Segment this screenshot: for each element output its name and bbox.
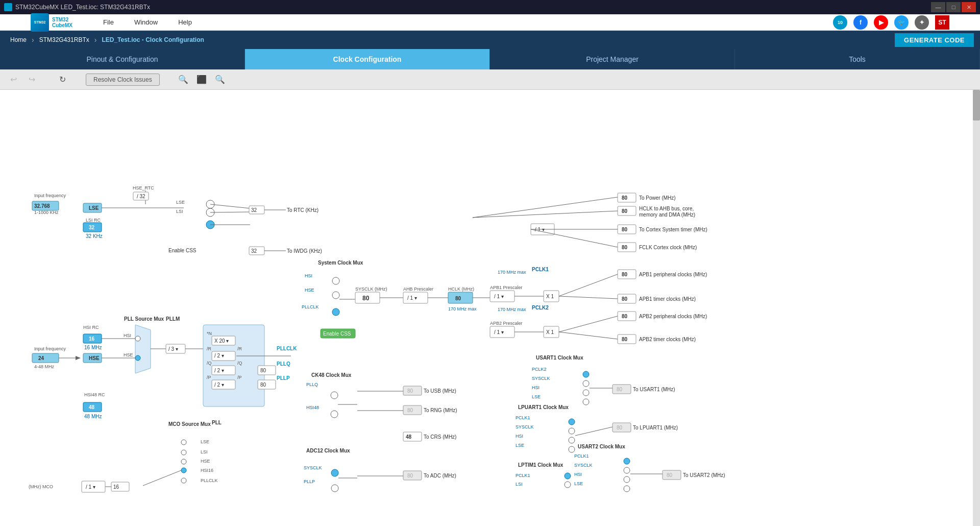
stm32-cube-logo: STM32 <box>31 13 49 32</box>
svg-text:PLLQ: PLLQ <box>306 382 318 387</box>
svg-text:48 MHz: 48 MHz <box>84 414 102 419</box>
svg-point-234 <box>624 486 630 492</box>
svg-text:4-48 MHz: 4-48 MHz <box>34 364 55 369</box>
svg-text:32: 32 <box>251 207 257 213</box>
svg-point-243 <box>565 482 571 488</box>
svg-text:HSE: HSE <box>201 459 210 464</box>
tab-clock[interactable]: Clock Configuration <box>245 49 490 69</box>
svg-text:PCLK1: PCLK1 <box>532 267 549 272</box>
generate-code-button[interactable]: GENERATE CODE <box>895 33 974 47</box>
facebook-icon[interactable]: f <box>853 15 868 30</box>
svg-text:X 20 ▾: X 20 ▾ <box>214 338 229 344</box>
svg-text:SYSCLK: SYSCLK <box>516 424 534 429</box>
menu-file[interactable]: File <box>93 14 124 31</box>
svg-point-52 <box>135 355 140 361</box>
tab-pinout[interactable]: Pinout & Configuration <box>0 49 245 69</box>
svg-text:LSI: LSI <box>201 449 208 455</box>
svg-text:LSE: LSE <box>89 205 99 211</box>
svg-text:HCLK (MHz): HCLK (MHz) <box>448 286 474 292</box>
bc-home[interactable]: Home <box>6 36 31 43</box>
svg-text:APB1 Prescaler: APB1 Prescaler <box>490 285 523 290</box>
close-button[interactable]: ✕ <box>962 2 976 12</box>
fit-button[interactable]: ⬛ <box>194 73 209 87</box>
anniversary-icon[interactable]: 10 <box>833 15 847 30</box>
menu-help[interactable]: Help <box>168 14 202 31</box>
svg-text:1-1000 KHz: 1-1000 KHz <box>34 210 59 215</box>
tab-tools[interactable]: Tools <box>735 49 980 69</box>
svg-text:HSI: HSI <box>574 472 582 477</box>
st-logo[interactable]: ST <box>935 15 949 30</box>
svg-point-206 <box>583 390 589 396</box>
svg-text:PLL: PLL <box>212 420 222 425</box>
svg-text:MCO Source Mux: MCO Source Mux <box>168 421 211 427</box>
svg-text:/R: /R <box>237 346 242 351</box>
app-logo <box>4 3 12 11</box>
network-icon[interactable]: ✦ <box>915 15 929 30</box>
menu-window[interactable]: Window <box>124 14 168 31</box>
maximize-button[interactable]: □ <box>946 2 961 12</box>
tab-project-manager[interactable]: Project Manager <box>490 49 735 69</box>
svg-text:PCLK1: PCLK1 <box>516 473 530 478</box>
zoom-in-button[interactable]: 🔍 <box>213 73 227 87</box>
svg-line-251 <box>559 332 618 339</box>
svg-marker-44 <box>76 356 81 360</box>
svg-line-250 <box>559 316 618 332</box>
svg-point-228 <box>624 458 630 464</box>
svg-text:/ 3 ▾: / 3 ▾ <box>168 346 178 352</box>
svg-text:32: 32 <box>89 225 95 230</box>
svg-point-165 <box>181 478 186 483</box>
svg-text:PLLCLK: PLLCLK <box>302 304 319 309</box>
svg-text:/P: /P <box>237 375 242 380</box>
svg-text:80: 80 <box>617 387 623 392</box>
svg-point-194 <box>331 485 338 492</box>
svg-point-192 <box>331 469 338 476</box>
twitter-icon[interactable]: 🐦 <box>894 15 909 30</box>
svg-text:To USART2 (MHz): To USART2 (MHz) <box>683 472 725 478</box>
svg-text:/Q: /Q <box>237 361 242 366</box>
svg-text:/ 2 ▾: / 2 ▾ <box>214 382 224 388</box>
zoom-out-button[interactable]: 🔍 <box>176 73 190 87</box>
svg-text:48: 48 <box>89 404 95 410</box>
svg-text:APB2 timer clocks (MHz): APB2 timer clocks (MHz) <box>639 337 696 342</box>
svg-text:AHB Prescaler: AHB Prescaler <box>403 286 433 292</box>
svg-text:LPUART1 Clock Mux: LPUART1 Clock Mux <box>518 404 569 410</box>
clock-diagram-area[interactable]: .line { stroke: #666; stroke-width: 1; f… <box>0 90 980 526</box>
svg-text:To RNG (MHz): To RNG (MHz) <box>424 408 457 413</box>
svg-text:HSE: HSE <box>305 288 314 293</box>
svg-point-215 <box>569 419 575 425</box>
svg-text:80: 80 <box>622 195 628 201</box>
svg-line-247 <box>531 229 618 247</box>
svg-line-19 <box>210 204 250 208</box>
svg-text:Input frequency: Input frequency <box>34 346 66 351</box>
svg-text:PLLP: PLLP <box>304 479 315 484</box>
svg-text:80: 80 <box>362 295 370 302</box>
svg-text:SYSCLK: SYSCLK <box>532 376 550 381</box>
svg-text:80: 80 <box>455 296 461 301</box>
svg-text:memory and DMA (MHz): memory and DMA (MHz) <box>639 212 695 218</box>
bc-project[interactable]: LED_Test.ioc - Clock Configuration <box>97 36 208 43</box>
bc-sep2: › <box>94 36 97 44</box>
svg-text:HSI: HSI <box>305 273 312 278</box>
svg-text:PCLK2: PCLK2 <box>532 305 549 310</box>
youtube-icon[interactable]: ▶ <box>874 15 888 30</box>
undo-button[interactable]: ↩ <box>6 73 20 87</box>
svg-text:FCLK Cortex clock (MHz): FCLK Cortex clock (MHz) <box>639 245 697 250</box>
svg-text:APB1 peripheral clocks (MHz): APB1 peripheral clocks (MHz) <box>639 272 707 277</box>
svg-text:/ 1 ▾: / 1 ▾ <box>494 294 504 299</box>
minimize-button[interactable]: — <box>931 2 945 12</box>
vertical-scrollbar[interactable] <box>973 90 980 526</box>
svg-text:System Clock Mux: System Clock Mux <box>318 260 363 266</box>
cube-mx-label: CubeMX <box>52 22 72 28</box>
redo-button[interactable]: ↪ <box>24 73 39 87</box>
svg-text:HCLK to AHB bus, core,: HCLK to AHB bus, core, <box>639 206 694 211</box>
svg-text:SYSCLK (MHz): SYSCLK (MHz) <box>355 286 387 292</box>
svg-text:HSI RC: HSI RC <box>83 325 99 330</box>
svg-text:HSI: HSI <box>516 434 523 439</box>
svg-point-163 <box>181 468 186 473</box>
refresh-button[interactable]: ↻ <box>55 73 69 87</box>
bc-mcu[interactable]: STM32G431RBTx <box>35 36 93 43</box>
scrollbar-thumb[interactable] <box>973 90 980 121</box>
svg-text:LSE: LSE <box>532 394 541 399</box>
svg-text:/ 1 ▾: / 1 ▾ <box>494 329 504 335</box>
resolve-clock-button[interactable]: Resolve Clock Issues <box>86 74 160 86</box>
